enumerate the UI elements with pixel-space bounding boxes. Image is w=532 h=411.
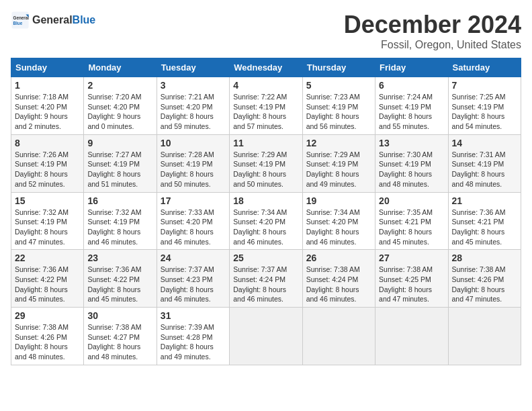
cell-details: Sunrise: 7:28 AMSunset: 4:19 PMDaylight:… xyxy=(161,150,226,189)
cell-details: Sunrise: 7:32 AMSunset: 4:19 PMDaylight:… xyxy=(87,208,152,247)
day-number: 18 xyxy=(233,195,298,206)
calendar-cell: 19Sunrise: 7:34 AMSunset: 4:20 PMDayligh… xyxy=(302,192,375,250)
calendar-cell: 1Sunrise: 7:18 AMSunset: 4:20 PMDaylight… xyxy=(11,77,84,135)
calendar-cell: 13Sunrise: 7:30 AMSunset: 4:19 PMDayligh… xyxy=(375,134,448,192)
main-title: December 2024 xyxy=(344,11,521,39)
cell-details: Sunrise: 7:23 AMSunset: 4:19 PMDaylight:… xyxy=(306,92,371,132)
cell-details: Sunrise: 7:24 AMSunset: 4:19 PMDaylight:… xyxy=(379,92,444,132)
day-number: 2 xyxy=(87,80,152,91)
cell-details: Sunrise: 7:18 AMSunset: 4:20 PMDaylight:… xyxy=(15,92,80,132)
subtitle: Fossil, Oregon, United States xyxy=(344,39,521,51)
cell-details: Sunrise: 7:21 AMSunset: 4:20 PMDaylight:… xyxy=(161,92,226,132)
calendar-cell: 8Sunrise: 7:26 AMSunset: 4:19 PMDaylight… xyxy=(11,134,84,192)
day-number: 14 xyxy=(452,138,517,148)
svg-rect-0 xyxy=(11,11,28,28)
cell-details: Sunrise: 7:30 AMSunset: 4:19 PMDaylight:… xyxy=(379,150,444,189)
day-number: 30 xyxy=(87,310,152,321)
calendar-cell: 24Sunrise: 7:37 AMSunset: 4:23 PMDayligh… xyxy=(157,250,229,308)
page-header: General Blue GeneralBlue December 2024 F… xyxy=(11,11,521,51)
weekday-header-wednesday: Wednesday xyxy=(230,58,302,77)
cell-details: Sunrise: 7:36 AMSunset: 4:22 PMDaylight:… xyxy=(15,265,80,304)
day-number: 5 xyxy=(306,80,371,91)
svg-text:Blue: Blue xyxy=(13,21,23,26)
cell-details: Sunrise: 7:39 AMSunset: 4:28 PMDaylight:… xyxy=(161,322,226,362)
day-number: 3 xyxy=(161,80,226,91)
day-number: 21 xyxy=(452,195,517,206)
cell-details: Sunrise: 7:36 AMSunset: 4:21 PMDaylight:… xyxy=(452,208,517,247)
day-number: 1 xyxy=(15,80,80,91)
cell-details: Sunrise: 7:25 AMSunset: 4:19 PMDaylight:… xyxy=(452,92,517,132)
calendar-cell: 4Sunrise: 7:22 AMSunset: 4:19 PMDaylight… xyxy=(230,77,302,135)
logo: General Blue GeneralBlue xyxy=(11,11,95,30)
cell-details: Sunrise: 7:37 AMSunset: 4:24 PMDaylight:… xyxy=(233,265,298,304)
title-area: December 2024 Fossil, Oregon, United Sta… xyxy=(344,11,521,51)
day-number: 31 xyxy=(161,310,226,321)
day-number: 7 xyxy=(452,80,517,91)
calendar-cell: 23Sunrise: 7:36 AMSunset: 4:22 PMDayligh… xyxy=(84,250,157,308)
logo-general-text: General xyxy=(32,14,73,26)
day-number: 20 xyxy=(379,195,444,206)
cell-details: Sunrise: 7:27 AMSunset: 4:19 PMDaylight:… xyxy=(87,150,152,189)
day-number: 11 xyxy=(233,138,298,148)
day-number: 16 xyxy=(87,195,152,206)
calendar-cell: 5Sunrise: 7:23 AMSunset: 4:19 PMDaylight… xyxy=(302,77,375,135)
calendar-table: SundayMondayTuesdayWednesdayThursdayFrid… xyxy=(11,58,521,365)
calendar-cell: 11Sunrise: 7:29 AMSunset: 4:19 PMDayligh… xyxy=(230,134,302,192)
calendar-cell: 21Sunrise: 7:36 AMSunset: 4:21 PMDayligh… xyxy=(448,192,521,250)
calendar-cell: 16Sunrise: 7:32 AMSunset: 4:19 PMDayligh… xyxy=(84,192,157,250)
day-number: 25 xyxy=(233,253,298,263)
calendar-cell: 28Sunrise: 7:38 AMSunset: 4:26 PMDayligh… xyxy=(448,250,521,308)
calendar-cell xyxy=(302,308,375,365)
weekday-header-friday: Friday xyxy=(375,58,448,77)
calendar-cell: 29Sunrise: 7:38 AMSunset: 4:26 PMDayligh… xyxy=(11,308,84,365)
calendar-cell: 12Sunrise: 7:29 AMSunset: 4:19 PMDayligh… xyxy=(302,134,375,192)
day-number: 4 xyxy=(233,80,298,91)
calendar-cell: 20Sunrise: 7:35 AMSunset: 4:21 PMDayligh… xyxy=(375,192,448,250)
weekday-header-tuesday: Tuesday xyxy=(157,58,229,77)
weekday-header-saturday: Saturday xyxy=(448,58,521,77)
cell-details: Sunrise: 7:38 AMSunset: 4:25 PMDaylight:… xyxy=(379,265,444,304)
cell-details: Sunrise: 7:31 AMSunset: 4:19 PMDaylight:… xyxy=(452,150,517,189)
day-number: 13 xyxy=(379,138,444,148)
day-number: 22 xyxy=(15,253,80,263)
cell-details: Sunrise: 7:35 AMSunset: 4:21 PMDaylight:… xyxy=(379,208,444,247)
calendar-week-5: 29Sunrise: 7:38 AMSunset: 4:26 PMDayligh… xyxy=(11,308,521,365)
calendar-cell: 15Sunrise: 7:32 AMSunset: 4:19 PMDayligh… xyxy=(11,192,84,250)
day-number: 15 xyxy=(15,195,80,206)
calendar-cell: 2Sunrise: 7:20 AMSunset: 4:20 PMDaylight… xyxy=(84,77,157,135)
calendar-week-3: 15Sunrise: 7:32 AMSunset: 4:19 PMDayligh… xyxy=(11,192,521,250)
calendar-cell: 7Sunrise: 7:25 AMSunset: 4:19 PMDaylight… xyxy=(448,77,521,135)
logo-icon: General Blue xyxy=(11,11,30,30)
weekday-header-sunday: Sunday xyxy=(11,58,84,77)
calendar-cell xyxy=(448,308,521,365)
calendar-cell: 22Sunrise: 7:36 AMSunset: 4:22 PMDayligh… xyxy=(11,250,84,308)
calendar-cell xyxy=(230,308,302,365)
day-number: 27 xyxy=(379,253,444,263)
day-number: 23 xyxy=(87,253,152,263)
cell-details: Sunrise: 7:36 AMSunset: 4:22 PMDaylight:… xyxy=(87,265,152,304)
calendar-cell: 27Sunrise: 7:38 AMSunset: 4:25 PMDayligh… xyxy=(375,250,448,308)
calendar-cell: 6Sunrise: 7:24 AMSunset: 4:19 PMDaylight… xyxy=(375,77,448,135)
calendar-week-1: 1Sunrise: 7:18 AMSunset: 4:20 PMDaylight… xyxy=(11,77,521,135)
weekday-header-thursday: Thursday xyxy=(302,58,375,77)
day-number: 6 xyxy=(379,80,444,91)
calendar-cell: 14Sunrise: 7:31 AMSunset: 4:19 PMDayligh… xyxy=(448,134,521,192)
calendar-cell: 10Sunrise: 7:28 AMSunset: 4:19 PMDayligh… xyxy=(157,134,229,192)
calendar-cell: 3Sunrise: 7:21 AMSunset: 4:20 PMDaylight… xyxy=(157,77,229,135)
day-number: 26 xyxy=(306,253,371,263)
cell-details: Sunrise: 7:37 AMSunset: 4:23 PMDaylight:… xyxy=(161,265,226,304)
weekday-header-monday: Monday xyxy=(84,58,157,77)
calendar-week-2: 8Sunrise: 7:26 AMSunset: 4:19 PMDaylight… xyxy=(11,134,521,192)
cell-details: Sunrise: 7:34 AMSunset: 4:20 PMDaylight:… xyxy=(233,208,298,247)
calendar-cell: 31Sunrise: 7:39 AMSunset: 4:28 PMDayligh… xyxy=(157,308,229,365)
cell-details: Sunrise: 7:34 AMSunset: 4:20 PMDaylight:… xyxy=(306,208,371,247)
day-number: 10 xyxy=(161,138,226,148)
cell-details: Sunrise: 7:38 AMSunset: 4:26 PMDaylight:… xyxy=(15,322,80,362)
calendar-cell xyxy=(375,308,448,365)
calendar-week-4: 22Sunrise: 7:36 AMSunset: 4:22 PMDayligh… xyxy=(11,250,521,308)
day-number: 28 xyxy=(452,253,517,263)
calendar-cell: 18Sunrise: 7:34 AMSunset: 4:20 PMDayligh… xyxy=(230,192,302,250)
calendar-cell: 26Sunrise: 7:38 AMSunset: 4:24 PMDayligh… xyxy=(302,250,375,308)
day-number: 24 xyxy=(161,253,226,263)
day-number: 12 xyxy=(306,138,371,148)
